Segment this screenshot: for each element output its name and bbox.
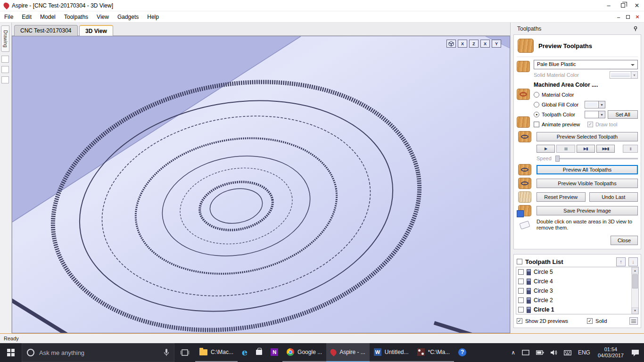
view-along-y-button[interactable]: Y — [492, 40, 501, 48]
menu-gadgets[interactable]: Gadgets — [113, 11, 143, 22]
scroll-up-button[interactable]: ▲ — [632, 267, 638, 274]
speed-slider-handle[interactable] — [555, 156, 560, 162]
material-color-radio[interactable] — [534, 92, 539, 98]
clock[interactable]: 01:54 04/03/2017 — [594, 343, 627, 362]
menu-file[interactable]: File — [0, 11, 17, 22]
child-restore-icon — [626, 15, 630, 19]
left-toolbar-button-1[interactable] — [1, 56, 9, 63]
left-toolbar-button-2[interactable] — [1, 66, 9, 73]
restore-button[interactable] — [616, 0, 630, 11]
view-along-x2-button[interactable]: X — [480, 40, 490, 48]
taskbar-chrome[interactable]: Google ... — [282, 343, 326, 362]
animate-preview-checkbox[interactable] — [534, 122, 539, 127]
draw-tool-checkbox[interactable]: ✓ — [587, 122, 593, 127]
save-preview-image-button[interactable]: Save Preview Image — [537, 206, 638, 215]
scroll-down-button[interactable]: ▼ — [632, 307, 638, 314]
dropdown-arrow-icon: ▼ — [598, 111, 605, 118]
show-hidden-icons-button[interactable]: ∧ — [508, 343, 518, 362]
toolpath-checkbox[interactable] — [518, 297, 524, 303]
solid-material-color-picker[interactable]: ▼ — [610, 71, 638, 79]
show-2d-previews-label: Show 2D previews — [525, 318, 568, 324]
taskbar-store[interactable] — [252, 343, 266, 362]
minimize-button[interactable]: – — [602, 0, 616, 11]
preview-all-toolpaths-button[interactable]: Preview All Toolpaths — [537, 165, 638, 174]
toolpath-checkbox[interactable] — [518, 288, 524, 294]
move-toolpath-down-button[interactable]: ↓ — [628, 257, 638, 266]
child-close-button[interactable]: × — [633, 11, 642, 22]
toolpath-checkbox[interactable] — [518, 269, 524, 275]
set-all-button[interactable]: Set All — [608, 110, 638, 119]
scrollbar-thumb[interactable] — [632, 274, 638, 288]
toolpath-row-circle2[interactable]: Circle 2 — [516, 296, 631, 305]
drawing-flyout-tab[interactable]: Drawing — [1, 25, 9, 52]
search-placeholder: Ask me anything — [39, 349, 159, 356]
toolpath-row-circle4[interactable]: Circle 4 — [516, 277, 631, 286]
close-button-panel[interactable]: Close — [611, 236, 638, 245]
view-along-z-button[interactable]: Z — [469, 40, 479, 48]
battery-icon[interactable] — [533, 343, 547, 362]
show-2d-previews-checkbox[interactable]: ✓ — [517, 318, 522, 324]
taskbar-help[interactable]: ? — [454, 343, 471, 362]
pause-button[interactable]: ▮▮ — [556, 145, 575, 153]
preview-visible-toolpaths-button[interactable]: Preview Visible Toolpaths — [537, 179, 638, 188]
play-button[interactable]: ▶ — [537, 145, 555, 153]
view-orientation-toolbar: X Z X Y — [446, 40, 501, 48]
child-restore-button[interactable] — [623, 11, 633, 22]
taskbar-file-explorer[interactable]: C:\Mac... — [195, 343, 238, 362]
taskbar-other-app[interactable]: *C:\Ma... — [413, 343, 454, 362]
step-button[interactable]: ▶▮ — [577, 145, 595, 153]
solid-checkbox[interactable]: ✓ — [587, 318, 593, 324]
toolpath-checkbox[interactable] — [518, 307, 524, 313]
taskbar-word[interactable]: W Untitled... — [370, 343, 413, 362]
taskbar-onenote[interactable]: N — [266, 343, 282, 362]
tablet-icon[interactable] — [519, 343, 532, 362]
global-fill-color-radio[interactable] — [534, 102, 539, 107]
menu-toolpaths[interactable]: Toolpaths — [60, 11, 92, 22]
cortana-search-box[interactable]: Ask me anything — [22, 343, 174, 362]
view-along-x-button[interactable]: X — [458, 40, 467, 48]
start-button[interactable] — [0, 343, 22, 362]
toolpath-list-scrollbar[interactable]: ▲ ▼ — [631, 267, 638, 314]
iso-view-button[interactable] — [446, 40, 456, 48]
tab-3d-view[interactable]: 3D View — [79, 25, 113, 36]
preview-selected-toolpath-button[interactable]: Preview Selected Toolpath — [537, 132, 638, 141]
run-to-end-button[interactable]: ▶▶▮ — [596, 145, 615, 153]
action-center-button[interactable] — [628, 343, 642, 362]
taskbar-aspire[interactable]: Aspire - ... — [326, 343, 370, 362]
window-title: Aspire - [CNC Test-20170304 - 3D View] — [12, 2, 113, 9]
speaker-icon[interactable] — [548, 343, 560, 362]
left-toolbar-button-3[interactable] — [1, 76, 9, 83]
task-view-button[interactable] — [174, 343, 195, 362]
language-indicator[interactable]: ENG — [575, 343, 593, 362]
pin-icon[interactable] — [632, 25, 639, 33]
list-options-button[interactable] — [629, 317, 638, 325]
draw-tool-label: Draw tool — [595, 122, 617, 127]
menu-view[interactable]: View — [92, 11, 113, 22]
toolpath-row-circle3[interactable]: Circle 3 — [516, 286, 631, 296]
taskbar-edge[interactable]: e — [238, 343, 252, 362]
child-minimize-button[interactable]: – — [614, 11, 623, 22]
3d-view-canvas[interactable]: X Z X Y — [12, 36, 510, 333]
menu-help[interactable]: Help — [143, 11, 163, 22]
reset-preview-button[interactable]: Reset Preview — [537, 192, 586, 202]
move-toolpath-up-button[interactable]: ↑ — [616, 257, 626, 266]
menu-model[interactable]: Model — [36, 11, 60, 22]
tab-cnc-test[interactable]: CNC Test-20170304 — [14, 25, 78, 36]
toolpath-color-picker[interactable]: ▼ — [585, 111, 605, 118]
toolpath-row-circle5[interactable]: Circle 5 — [516, 267, 631, 277]
menu-edit[interactable]: Edit — [17, 11, 36, 22]
global-fill-color-picker[interactable]: ▼ — [585, 101, 605, 108]
microphone-icon[interactable] — [164, 349, 169, 356]
toolpath-checkbox[interactable] — [518, 279, 524, 284]
solid-material-color-label: Solid Material Color — [534, 72, 607, 78]
end-mill-icon — [527, 297, 531, 304]
stop-button[interactable]: ▮ — [623, 145, 638, 153]
toolpath-list-master-checkbox[interactable] — [517, 259, 522, 264]
speed-slider[interactable] — [555, 155, 638, 162]
material-select[interactable]: Pale Blue Plastic — [534, 60, 638, 69]
toolpath-color-radio[interactable]: ● — [534, 112, 539, 117]
toolpath-row-circle1[interactable]: Circle 1 — [516, 305, 631, 314]
touch-keyboard-icon[interactable] — [561, 343, 574, 362]
close-button[interactable]: × — [630, 0, 644, 11]
undo-last-button[interactable]: Undo Last — [589, 192, 638, 202]
